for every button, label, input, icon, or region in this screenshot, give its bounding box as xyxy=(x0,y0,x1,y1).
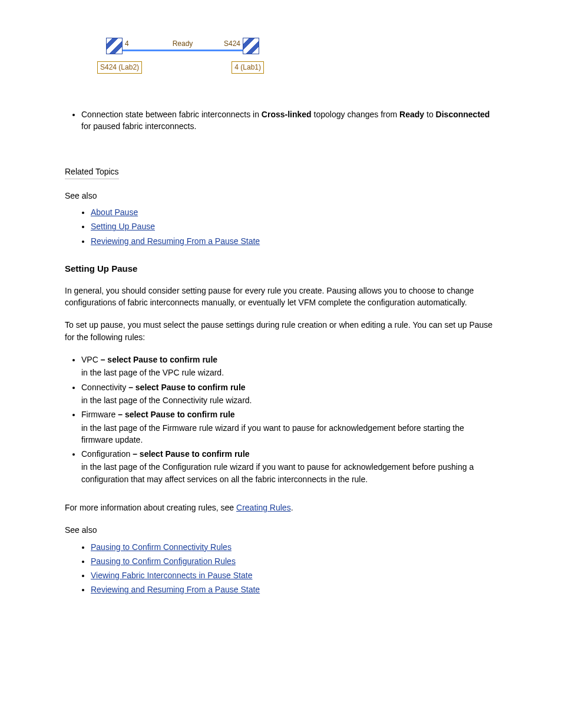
see-also-intro-1: See also xyxy=(65,190,497,202)
left-switch-name: S424 (Lab2) xyxy=(97,61,142,74)
link-view-fi-pause[interactable]: Viewing Fabric Interconnects in Pause St… xyxy=(91,571,252,580)
link-item: Setting Up Pause xyxy=(91,220,497,232)
link-setting-up-pause[interactable]: Setting Up Pause xyxy=(91,222,155,231)
note-strong-1: Cross-linked xyxy=(262,110,312,119)
link-review-resume-pause[interactable]: Reviewing and Resuming From a Pause Stat… xyxy=(91,236,260,246)
see-also-intro-2: See also xyxy=(65,524,497,536)
setting-up-pause-heading: Setting Up Pause xyxy=(65,262,497,275)
link-item: Pausing to Confirm Configuration Rules xyxy=(91,555,497,567)
rule-after: in the last page of the VPC rule wizard. xyxy=(81,367,497,378)
rule-after: in the last page of the Connectivity rul… xyxy=(81,394,497,406)
fi-connection-diagram: 4 Ready S424 S424 (Lab2) 4 (Lab1) xyxy=(100,32,265,85)
link-item: Viewing Fabric Interconnects in Pause St… xyxy=(91,569,497,581)
link-pause-configuration[interactable]: Pausing to Confirm Configuration Rules xyxy=(91,556,236,566)
link-item: About Pause xyxy=(91,206,497,218)
rule-before: Connectivity xyxy=(81,383,126,392)
related-topics-heading: Related Topics xyxy=(65,166,119,179)
right-port-label: S424 xyxy=(224,39,240,49)
link-review-resume-2[interactable]: Reviewing and Resuming From a Pause Stat… xyxy=(91,585,260,594)
note-text-4: for paused fabric interconnects. xyxy=(81,121,196,131)
rule-strong: – select Pause to confirm rule xyxy=(130,449,249,459)
link-pause-connectivity[interactable]: Pausing to Confirm Connectivity Rules xyxy=(91,542,232,552)
p3-before: For more information about creating rule… xyxy=(65,503,236,512)
link-item: Pausing to Confirm Connectivity Rules xyxy=(91,541,497,553)
switch-icon-left xyxy=(106,38,123,54)
setup-pause-p2: To set up pause, you must select the pau… xyxy=(65,319,497,343)
topology-note-item: Connection state between fabric intercon… xyxy=(81,108,497,133)
link-item: Reviewing and Resuming From a Pause Stat… xyxy=(91,235,497,247)
note-text-1: Connection state between fabric intercon… xyxy=(81,110,262,119)
connection-line: 4 Ready S424 xyxy=(123,50,243,51)
setup-pause-p1: In general, you should consider setting … xyxy=(65,285,497,309)
rule-before: VPC xyxy=(81,355,101,364)
related-topics-links: About Pause Setting Up Pause Reviewing a… xyxy=(65,206,497,247)
link-creating-rules[interactable]: Creating Rules xyxy=(236,503,291,512)
note-text-2: topology changes from xyxy=(312,110,399,119)
rule-strong: – select Pause to confirm rule xyxy=(126,383,245,392)
pause-rule-configuration: Configuration – select Pause to confirm … xyxy=(81,448,497,485)
pause-rule-connectivity: Connectivity – select Pause to confirm r… xyxy=(81,381,497,407)
topology-note-list: Connection state between fabric intercon… xyxy=(65,108,497,133)
link-item: Reviewing and Resuming From a Pause Stat… xyxy=(91,584,497,595)
note-strong-2: Ready xyxy=(399,110,424,119)
rule-after: in the last page of the Configuration ru… xyxy=(81,461,497,485)
link-status-label: Ready xyxy=(173,39,193,49)
p3-after: . xyxy=(291,503,293,512)
switch-icon-right xyxy=(243,38,259,54)
pause-rule-vpc: VPC – select Pause to confirm rule in th… xyxy=(81,354,497,379)
see-also-links-2: Pausing to Confirm Connectivity Rules Pa… xyxy=(65,541,497,596)
note-text-3: to xyxy=(424,110,435,119)
note-strong-3: Disconnected xyxy=(436,110,490,119)
rule-strong: – select Pause to confirm rule xyxy=(101,355,217,364)
rule-strong: – select Pause to confirm rule xyxy=(115,410,234,419)
link-about-pause[interactable]: About Pause xyxy=(91,207,138,217)
pause-rule-types-list: VPC – select Pause to confirm rule in th… xyxy=(65,354,497,485)
setup-pause-p3: For more information about creating rule… xyxy=(65,502,497,513)
pause-rule-firmware: Firmware – select Pause to confirm rule … xyxy=(81,409,497,446)
rule-after: in the last page of the Firmware rule wi… xyxy=(81,422,497,446)
left-port-label: 4 xyxy=(125,39,129,49)
right-switch-name: 4 (Lab1) xyxy=(232,61,264,74)
rule-before: Firmware xyxy=(81,410,115,419)
rule-before: Configuration xyxy=(81,449,130,459)
